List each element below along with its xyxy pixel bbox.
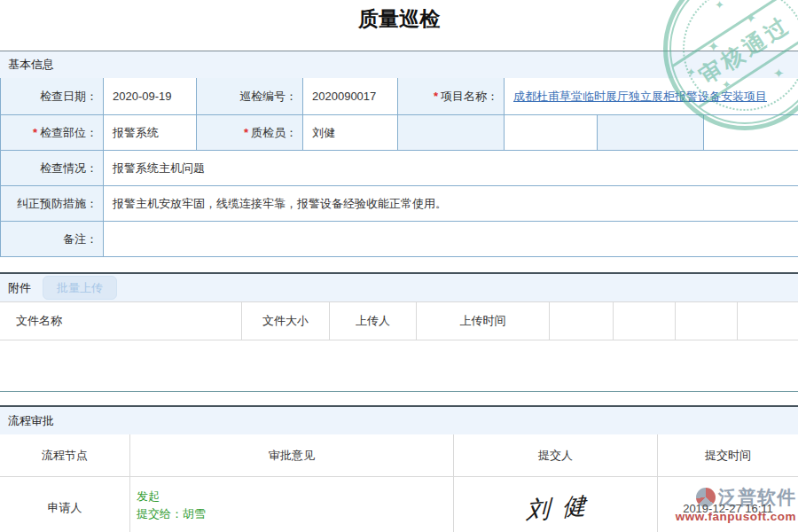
attachments-col-empty xyxy=(614,302,676,340)
patrol-no-label-cell: 巡检编号： xyxy=(197,78,303,115)
approval-col-submit-time: 提交时间 xyxy=(658,434,798,477)
spacer xyxy=(0,257,798,272)
check-part-label-cell: * 检查部位： xyxy=(1,115,104,151)
page-title: 质量巡检 xyxy=(358,0,440,51)
spacer xyxy=(0,392,798,405)
measures-value: 报警主机安放牢固，线缆连接牢靠，报警设备经验收能正常使用。 xyxy=(113,196,447,212)
approval-node-cell: 申请人 xyxy=(0,477,130,532)
attachments-col-upload-time: 上传时间 xyxy=(417,302,550,340)
empty-value-cell xyxy=(505,115,598,151)
title-bar: 质量巡检 xyxy=(0,0,798,51)
attachments-col-uploader: 上传人 xyxy=(330,302,417,340)
patrol-no-value-cell: 2020090017 xyxy=(303,78,398,115)
approval-section-header: 流程审批 xyxy=(0,405,798,434)
project-name-label: 项目名称： xyxy=(441,89,498,105)
remark-value-cell xyxy=(104,222,798,257)
approval-section-title: 流程审批 xyxy=(8,413,54,429)
required-mark: * xyxy=(244,126,248,139)
required-mark: * xyxy=(33,126,37,139)
check-part-label: 检查部位： xyxy=(40,125,98,141)
patrol-no-label: 巡检编号： xyxy=(239,89,297,105)
required-mark: * xyxy=(434,90,438,103)
attachments-col-filesize: 文件大小 xyxy=(242,302,330,340)
situation-value: 报警系统主机问题 xyxy=(113,160,205,176)
remark-label-cell: 备注： xyxy=(1,222,104,257)
submitter-signature: 刘健 xyxy=(512,489,598,528)
attachments-section-header: 附件 批量上传 xyxy=(0,272,798,301)
project-name-label-cell: * 项目名称： xyxy=(398,78,505,115)
approval-opinion-cell: 发起 提交给：胡雪 xyxy=(130,477,454,532)
check-date-label-cell: 检查日期： xyxy=(1,78,104,115)
attachments-col-filename: 文件名称 xyxy=(0,302,242,340)
attachments-col-empty xyxy=(738,302,798,340)
check-part-value: 报警系统 xyxy=(113,125,159,141)
attachments-section-title: 附件 xyxy=(8,280,31,296)
batch-upload-button[interactable]: 批量上传 xyxy=(43,276,117,300)
attachments-empty-body xyxy=(0,340,798,392)
submit-time: 2019-12-27 16:11 xyxy=(683,502,773,515)
attachments-col-empty xyxy=(676,302,738,340)
basic-info-table: 检查日期： 2020-09-19 巡检编号： 2020090017 * 项目名称… xyxy=(0,78,798,257)
measures-value-cell: 报警主机安放牢固，线缆连接牢靠，报警设备经验收能正常使用。 xyxy=(104,186,798,222)
empty-label-cell xyxy=(398,115,505,151)
situation-value-cell: 报警系统主机问题 xyxy=(104,151,798,186)
approval-opinion-action: 发起 xyxy=(137,488,160,505)
check-date-value-cell: 2020-09-19 xyxy=(104,78,197,115)
basic-info-section-title: 基本信息 xyxy=(8,57,54,73)
project-name-value-cell: 成都杜甫草堂临时展厅独立展柜报警设备安装项目 xyxy=(505,78,798,115)
approval-table: 流程节点 审批意见 提交人 提交时间 申请人 发起 提交给：胡雪 刘健 2019… xyxy=(0,434,798,532)
remark-label: 备注： xyxy=(63,231,98,247)
approval-col-submitter: 提交人 xyxy=(454,434,658,477)
empty-label-cell xyxy=(598,115,704,151)
check-part-value-cell: 报警系统 xyxy=(104,115,197,151)
approval-col-node: 流程节点 xyxy=(0,434,130,477)
project-name-link[interactable]: 成都杜甫草堂临时展厅独立展柜报警设备安装项目 xyxy=(513,89,767,105)
check-date-label: 检查日期： xyxy=(40,89,98,105)
approval-col-opinion: 审批意见 xyxy=(130,434,454,477)
approval-submit-time-cell: 2019-12-27 16:11 xyxy=(658,477,798,532)
measures-label-cell: 纠正预防措施： xyxy=(1,186,104,222)
situation-label-cell: 检查情况： xyxy=(1,151,104,186)
inspector-value-cell: 刘健 xyxy=(303,115,398,151)
approval-node: 申请人 xyxy=(48,500,82,516)
inspector-label: 质检员： xyxy=(251,125,297,141)
inspector-label-cell: * 质检员： xyxy=(197,115,303,151)
empty-value-cell xyxy=(704,115,798,151)
approval-opinion-submit-to: 提交给：胡雪 xyxy=(137,505,206,523)
attachments-table-header: 文件名称 文件大小 上传人 上传时间 xyxy=(0,301,798,340)
situation-label: 检查情况： xyxy=(40,160,98,176)
inspector-value: 刘健 xyxy=(312,125,335,141)
check-date-value: 2020-09-19 xyxy=(113,90,172,103)
measures-label: 纠正预防措施： xyxy=(17,196,98,212)
attachments-col-empty xyxy=(550,302,614,340)
patrol-no-value: 2020090017 xyxy=(312,90,376,103)
basic-info-section-header: 基本信息 xyxy=(0,51,798,78)
approval-submitter-cell: 刘健 xyxy=(454,477,658,532)
